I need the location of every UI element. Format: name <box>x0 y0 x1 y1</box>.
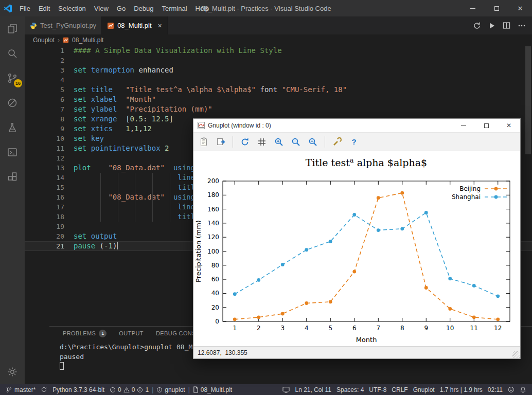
source-control-icon[interactable]: 16 <box>0 66 25 91</box>
extensions-icon[interactable] <box>0 165 25 189</box>
code-line-5[interactable]: 5set title "Title test^a \alpha $\alpha$… <box>25 85 532 95</box>
encoding-item[interactable]: UTF-8 <box>366 384 389 395</box>
zoom-in-icon[interactable] <box>273 136 285 148</box>
tab-test-pygnuplot[interactable]: Test_PyGnuplot.py <box>25 16 102 34</box>
tab-08-multi-plt[interactable]: 08_Multi.plt × <box>102 16 168 34</box>
line-number[interactable]: 21 <box>25 241 74 251</box>
code-line-1[interactable]: 1#### A Simple Data Visualization with L… <box>25 46 532 56</box>
gnuplot-close-icon[interactable]: ✕ <box>498 119 520 132</box>
menu-edit[interactable]: Edit <box>34 0 54 16</box>
line-number[interactable]: 12 <box>25 153 74 163</box>
gnuplot-titlebar[interactable]: Gnuplot (window id : 0) ✕ <box>193 119 520 133</box>
svg-text:120: 120 <box>207 234 219 241</box>
line-number[interactable]: 20 <box>25 231 74 241</box>
gnuplot-plot-canvas[interactable]: Title testa alpha $alpha$020406080100120… <box>193 152 520 346</box>
menu-file[interactable]: File <box>15 0 34 16</box>
manage-gear-icon[interactable] <box>0 360 25 384</box>
maximize-icon[interactable] <box>485 0 508 16</box>
grid-icon[interactable] <box>256 136 268 148</box>
terminal-panel-icon[interactable] <box>0 140 25 165</box>
minimize-icon[interactable] <box>461 0 485 16</box>
code-line-7[interactable]: 7set ylabel "Precipitation (mm)" <box>25 104 532 114</box>
line-number[interactable]: 14 <box>25 173 74 183</box>
line-number[interactable]: 9 <box>25 124 74 134</box>
line-number[interactable]: 16 <box>25 192 74 202</box>
git-branch-item[interactable]: master* <box>3 384 38 395</box>
info-count: 1 <box>145 386 149 393</box>
active-file-item[interactable]: 08_Multi.plt <box>190 384 235 395</box>
line-number[interactable]: 2 <box>25 56 74 65</box>
line-number[interactable]: 7 <box>25 104 74 114</box>
panel-tab-output[interactable]: OUTPUT <box>114 330 149 336</box>
indentation-item[interactable]: Spaces: 4 <box>334 384 366 395</box>
line-number[interactable]: 15 <box>25 183 74 192</box>
copy-icon[interactable] <box>198 136 210 148</box>
line-number[interactable]: 19 <box>25 222 74 231</box>
line-number[interactable]: 13 <box>25 163 74 173</box>
notifications-item[interactable] <box>517 384 529 395</box>
search-icon[interactable] <box>0 41 25 66</box>
debug-icon[interactable] <box>0 91 25 115</box>
menu-terminal[interactable]: Terminal <box>157 0 191 16</box>
zoom-out-icon[interactable] <box>307 136 319 148</box>
gnuplot-maximize-icon[interactable] <box>475 119 498 132</box>
breadcrumb-file[interactable]: 08_Multi.plt <box>72 37 103 44</box>
code-line-6[interactable]: 6set xlabel "Month" <box>25 95 532 104</box>
panel-tab-problems[interactable]: PROBLEMS 1 <box>58 330 112 337</box>
sync-icon[interactable] <box>473 22 481 30</box>
menu-go[interactable]: Go <box>113 0 130 16</box>
close-icon[interactable]: ✕ <box>508 0 532 16</box>
svg-text:8: 8 <box>400 325 404 332</box>
gnuplot-window[interactable]: Gnuplot (window id : 0) ✕ <box>193 118 521 359</box>
svg-text:60: 60 <box>211 276 219 283</box>
language-mode-item[interactable]: Gnuplot <box>411 384 437 395</box>
help-icon[interactable]: ? <box>348 136 360 148</box>
gnuplot-extension-item[interactable]: gnuplot <box>154 384 187 395</box>
eol-item[interactable]: CRLF <box>389 384 410 395</box>
activity-bar: 16 <box>0 16 25 384</box>
menu-selection[interactable]: Selection <box>54 0 90 16</box>
editor-tabbar: Test_PyGnuplot.py 08_Multi.plt × <box>25 16 532 34</box>
run-icon[interactable] <box>488 22 495 29</box>
replot-icon[interactable] <box>239 136 251 148</box>
editor-scrollbar[interactable] <box>525 46 531 154</box>
breadcrumb-folder[interactable]: Gnuplot <box>33 37 55 44</box>
menu-debug[interactable]: Debug <box>130 0 157 16</box>
explorer-icon[interactable] <box>0 16 25 41</box>
code-line-3[interactable]: 3set termoption enhanced <box>25 65 532 75</box>
zoom-reset-icon[interactable] <box>290 136 302 148</box>
breadcrumb-separator: › <box>58 37 60 44</box>
line-number[interactable]: 1 <box>25 46 74 56</box>
gnuplot-minimize-icon[interactable] <box>452 119 475 132</box>
tab-close-icon[interactable]: × <box>158 22 162 29</box>
cursor-position-item[interactable]: Ln 21, Col 11 <box>292 384 334 395</box>
time-tracker-item[interactable]: 1.7 hrs | 1.9 hrs <box>437 384 485 395</box>
line-number[interactable]: 6 <box>25 95 74 104</box>
line-number[interactable]: 4 <box>25 75 74 85</box>
line-number[interactable]: 5 <box>25 85 74 95</box>
more-actions-icon[interactable] <box>518 22 526 30</box>
split-editor-icon[interactable] <box>503 22 510 29</box>
svg-text:200: 200 <box>207 177 219 185</box>
resize-grip[interactable] <box>512 351 520 358</box>
gnuplot-statusbar: 12.6087, 130.355 <box>193 346 520 358</box>
line-number[interactable]: 3 <box>25 65 74 75</box>
menu-view[interactable]: View <box>90 0 113 16</box>
sync-status-item[interactable] <box>38 384 50 395</box>
code-line-4[interactable]: 4 <box>25 75 532 85</box>
code-line-2[interactable]: 2 <box>25 56 532 65</box>
terminal-cursor <box>60 362 64 370</box>
screencast-item[interactable] <box>280 384 292 395</box>
problems-status-item[interactable]: 0 0 1 <box>107 384 151 395</box>
gnuplot-chart[interactable]: Title testa alpha $alpha$020406080100120… <box>193 152 520 348</box>
python-interpreter-item[interactable]: Python 3.7.3 64-bit <box>50 384 107 395</box>
feedback-item[interactable] <box>505 384 517 395</box>
settings-wrench-icon[interactable] <box>331 136 343 148</box>
test-flask-icon[interactable] <box>0 115 25 140</box>
line-number[interactable]: 10 <box>25 134 74 143</box>
export-icon[interactable] <box>215 136 227 148</box>
line-number[interactable]: 17 <box>25 202 74 212</box>
line-number[interactable]: 11 <box>25 143 74 153</box>
line-number[interactable]: 8 <box>25 114 74 124</box>
line-number[interactable]: 18 <box>25 212 74 222</box>
